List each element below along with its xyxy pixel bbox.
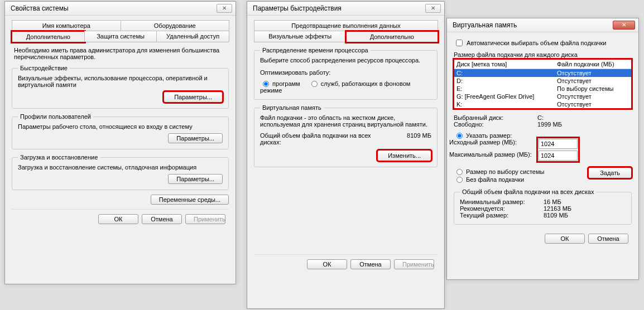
radio-programs-text: программ — [272, 80, 300, 87]
startup-settings-button[interactable]: Параметры... — [168, 174, 223, 184]
auto-manage-text: Автоматически выбирать объем файла подка… — [467, 40, 606, 46]
performance-text: Визуальные эффекты, использование процес… — [18, 75, 223, 88]
drive-row[interactable]: E:По выбору системы — [454, 85, 631, 93]
initial-size-input[interactable] — [539, 139, 578, 149]
tab-computer-name[interactable]: Имя компьютера — [12, 20, 121, 31]
auto-manage-checkbox[interactable] — [456, 40, 463, 46]
window-title: Параметры быстродействия — [253, 4, 342, 12]
current-size-value: 8109 МБ — [544, 212, 568, 219]
drive-row[interactable]: G: [FreeAgent GoFlex Drive]Отсутствует — [454, 93, 631, 100]
environment-variables-button[interactable]: Переменные среды... — [151, 195, 229, 205]
cancel-button[interactable]: Отмена — [350, 259, 391, 269]
tab-advanced[interactable]: Дополнительно — [12, 31, 85, 42]
drive-pagefile: Отсутствует — [557, 70, 629, 76]
recommended-label: Рекомендуется: — [460, 205, 544, 212]
tab-system-protection[interactable]: Защита системы — [84, 31, 157, 42]
window-title: Виртуальная память — [453, 21, 517, 29]
radio-system-label[interactable]: Размер по выбору системы — [454, 168, 544, 175]
tab-remote[interactable]: Удаленный доступ — [156, 31, 229, 42]
startup-text: Загрузка и восстановление системы, отлад… — [18, 164, 223, 171]
optimize-label: Оптимизировать работу: — [260, 69, 431, 76]
drive-letter: C: — [456, 70, 557, 76]
vm-total-value: 8109 МБ — [407, 132, 431, 146]
drive-letter: K: — [456, 101, 557, 108]
vm-total-label: Общий объем файла подкачки на всех диска… — [260, 132, 372, 146]
drive-letter: G: [FreeAgent GoFlex Drive] — [456, 93, 557, 100]
radio-programs[interactable] — [263, 81, 269, 87]
tab-dep[interactable]: Предотвращение выполнения данных — [254, 20, 438, 31]
min-size-label: Минимальный размер: — [460, 198, 544, 205]
radio-custom-text: Указать размер: — [466, 132, 512, 139]
radio-custom-label[interactable]: Указать размер: — [454, 132, 512, 139]
apply-button[interactable]: Применить — [185, 214, 225, 224]
drive-list[interactable]: Диск [метка тома] Файл подкачки (МБ) C:О… — [454, 59, 632, 109]
maximum-size-label: Максимальный размер (МБ): — [449, 151, 536, 158]
drive-pagefile: Отсутствует — [557, 78, 629, 84]
virtual-memory-text: Файл подкачки - это область на жестком д… — [260, 114, 431, 128]
drive-pagefile: Отсутствует — [557, 101, 629, 108]
radio-none-label[interactable]: Без файла подкачки — [454, 176, 524, 183]
selected-drive-label: Выбранный диск: — [454, 114, 537, 121]
radio-none-text: Без файла подкачки — [466, 176, 524, 183]
titlebar: Свойства системы ✕ — [5, 2, 236, 16]
close-icon[interactable]: ✕ — [217, 4, 232, 13]
close-icon[interactable]: ✕ — [613, 21, 635, 30]
admin-note: Необходимо иметь права администратора дл… — [12, 42, 229, 60]
auto-manage-checkbox-label[interactable]: Автоматически выбирать объем файла подка… — [454, 40, 606, 46]
current-size-label: Текущий размер: — [460, 212, 544, 219]
maximum-size-input[interactable] — [539, 151, 578, 161]
col-pagefile: Файл подкачки (МБ) — [555, 60, 631, 69]
col-drive: Диск [метка тома] — [454, 60, 555, 69]
selected-drive-value: C: — [537, 114, 544, 121]
radio-services[interactable] — [311, 81, 318, 87]
tab-visual-effects[interactable]: Визуальные эффекты — [254, 31, 347, 42]
apply-button[interactable]: Применить — [394, 259, 434, 269]
scheduling-legend: Распределение времени процессора — [260, 47, 371, 54]
virtual-memory-legend: Виртуальная память — [260, 104, 324, 111]
total-pagefile-legend: Общий объем файла подкачки на всех диска… — [460, 188, 596, 195]
min-size-value: 16 МБ — [544, 198, 561, 205]
system-properties-window: Свойства системы ✕ Имя компьютера Оборуд… — [4, 1, 236, 284]
drive-letter: E: — [456, 85, 557, 92]
scheduling-text: Выберите способ распределения ресурсов п… — [260, 57, 431, 64]
virtual-memory-window: Виртуальная память ✕ Автоматически выбир… — [446, 18, 639, 280]
performance-options-window: Параметры быстродействия ✕ Предотвращени… — [247, 1, 445, 309]
titlebar: Виртуальная память ✕ — [447, 18, 638, 32]
radio-custom-size[interactable] — [456, 133, 463, 139]
performance-group: Быстродействие Визуальные эффекты, испол… — [12, 65, 229, 109]
startup-group: Загрузка и восстановление Загрузка и вос… — [12, 154, 229, 190]
set-button[interactable]: Задать — [588, 167, 632, 178]
tab-advanced[interactable]: Дополнительно — [346, 31, 439, 42]
titlebar: Параметры быстродействия ✕ — [247, 2, 444, 16]
profiles-text: Параметры рабочего стола, относящиеся ко… — [18, 123, 223, 130]
total-pagefile-group: Общий объем файла подкачки на всех диска… — [454, 188, 632, 225]
radio-system-managed[interactable] — [456, 169, 463, 175]
tab-hardware[interactable]: Оборудование — [121, 20, 230, 31]
startup-legend: Загрузка и восстановление — [18, 154, 100, 161]
free-space-value: 1999 МБ — [537, 121, 562, 128]
cancel-button[interactable]: Отмена — [588, 234, 628, 244]
drive-pagefile: Отсутствует — [557, 93, 629, 100]
drive-row[interactable]: D:Отсутствует — [454, 77, 631, 85]
radio-no-pagefile[interactable] — [456, 177, 463, 183]
drive-size-label: Размер файла подкачки для каждого диска — [454, 51, 632, 58]
free-space-label: Свободно: — [454, 121, 537, 128]
recommended-value: 12163 МБ — [544, 205, 571, 212]
cancel-button[interactable]: Отмена — [142, 214, 182, 224]
close-icon[interactable]: ✕ — [425, 4, 441, 13]
radio-system-text: Размер по выбору системы — [466, 168, 544, 175]
drive-list-header: Диск [метка тома] Файл подкачки (МБ) — [454, 60, 631, 69]
ok-button[interactable]: ОК — [545, 234, 585, 244]
ok-button[interactable]: ОК — [98, 214, 138, 224]
profiles-legend: Профили пользователей — [18, 113, 93, 120]
profiles-settings-button[interactable]: Параметры... — [168, 133, 223, 143]
radio-programs-label[interactable]: программ — [260, 80, 302, 87]
profiles-group: Профили пользователей Параметры рабочего… — [12, 113, 229, 149]
drive-pagefile: По выбору системы — [557, 85, 629, 92]
drive-row[interactable]: C:Отсутствует — [454, 69, 631, 77]
virtual-memory-group: Виртуальная память Файл подкачки - это о… — [254, 104, 438, 167]
vm-change-button[interactable]: Изменить... — [377, 150, 431, 161]
performance-settings-button[interactable]: Параметры... — [164, 91, 223, 103]
ok-button[interactable]: ОК — [307, 259, 347, 269]
drive-row[interactable]: K:Отсутствует — [454, 100, 631, 108]
